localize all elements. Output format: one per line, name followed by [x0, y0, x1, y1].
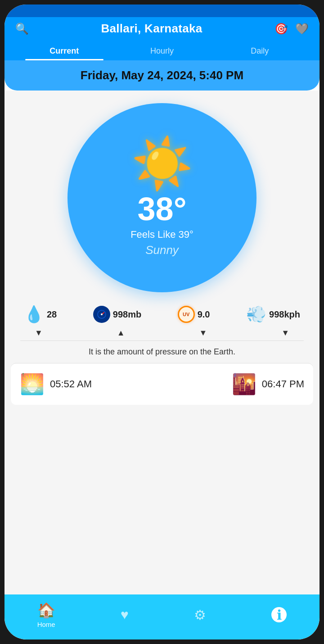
sunset-time: 06:47 PM: [262, 378, 304, 390]
pressure-icon: [93, 306, 110, 323]
pressure-arrow[interactable]: ▲: [117, 328, 125, 338]
sunset-item: ↓ 🌇 06:47 PM: [232, 372, 304, 396]
sunrise-icon-wrap: ↑ 🌅: [20, 372, 45, 396]
humidity-value: 28: [47, 309, 57, 320]
header: 🔍 Ballari, Karnataka 🎯 🩶 Current Hourly …: [4, 17, 320, 60]
temperature-display: 38°: [138, 193, 187, 225]
header-actions: 🎯 🩶: [274, 23, 309, 35]
pressure-stat: 998mb: [93, 306, 141, 323]
status-bar: [4, 5, 320, 17]
pressure-value: 998mb: [113, 309, 141, 320]
sunrise-item: ↑ 🌅 05:52 AM: [20, 372, 92, 396]
tab-daily[interactable]: Daily: [211, 43, 309, 60]
nav-home[interactable]: 🏠 Home: [37, 602, 55, 628]
sunset-arrow: ↓: [234, 371, 237, 378]
stats-row: 💧 28 998mb UV 9.0: [20, 305, 304, 324]
info-text: It is the amount of pressure on the Eart…: [20, 340, 304, 363]
info-icon: ℹ: [271, 607, 287, 622]
header-top: 🔍 Ballari, Karnataka 🎯 🩶: [15, 22, 309, 40]
uv-value: 9.0: [198, 309, 210, 320]
nav-settings[interactable]: ⚙: [194, 607, 206, 623]
arrows-row: ▼ ▲ ▼ ▼: [20, 326, 304, 340]
condition-display: Sunny: [145, 243, 179, 257]
wind-stat: 💨 998kph: [246, 305, 300, 324]
home-icon: 🏠: [37, 602, 55, 619]
tab-hourly[interactable]: Hourly: [113, 43, 211, 60]
location-title: Ballari, Karnataka: [101, 22, 202, 36]
sun-weather-icon: ☀️: [131, 139, 193, 188]
phone-frame: 🔍 Ballari, Karnataka 🎯 🩶 Current Hourly …: [4, 5, 320, 639]
feels-like-display: Feels Like 39°: [130, 229, 194, 240]
tab-current[interactable]: Current: [15, 43, 113, 60]
svg-point-2: [101, 313, 103, 315]
settings-icon: ⚙: [194, 607, 206, 623]
sunrise-time: 05:52 AM: [50, 378, 92, 390]
humidity-icon: 💧: [24, 305, 44, 324]
search-icon[interactable]: 🔍: [15, 23, 29, 35]
favorites-icon: ♥: [121, 607, 129, 622]
favorite-icon[interactable]: 🩶: [295, 23, 309, 35]
tab-bar: Current Hourly Daily: [15, 40, 309, 60]
sun-times-row: ↑ 🌅 05:52 AM ↓ 🌇 06:47 PM: [11, 363, 313, 405]
uv-stat: UV 9.0: [178, 306, 210, 323]
sunrise-arrow: ↑: [22, 371, 25, 378]
wind-icon: 💨: [246, 305, 266, 324]
home-label: Home: [37, 621, 55, 628]
uv-arrow[interactable]: ▼: [199, 328, 207, 338]
pressure-gauge-svg: [97, 309, 107, 319]
weather-circle: ☀️ 38° Feels Like 39° Sunny: [68, 103, 256, 292]
uv-icon: UV: [178, 306, 195, 323]
date-display: Friday, May 24, 2024, 5:40 PM: [4, 60, 320, 91]
weather-circle-wrap: ☀️ 38° Feels Like 39° Sunny: [68, 103, 256, 292]
wind-arrow[interactable]: ▼: [281, 328, 289, 338]
bottom-nav: 🏠 Home ♥ ⚙ ℹ: [4, 594, 320, 639]
location-icon[interactable]: 🎯: [274, 23, 288, 35]
main-content: ☀️ 38° Feels Like 39° Sunny 💧 28: [4, 91, 320, 594]
wind-value: 998kph: [269, 309, 300, 320]
nav-favorites[interactable]: ♥: [121, 607, 129, 622]
humidity-stat: 💧 28: [24, 305, 57, 324]
sunset-icon-wrap: ↓ 🌇: [232, 372, 256, 396]
nav-info[interactable]: ℹ: [271, 607, 287, 622]
humidity-arrow[interactable]: ▼: [35, 328, 43, 338]
